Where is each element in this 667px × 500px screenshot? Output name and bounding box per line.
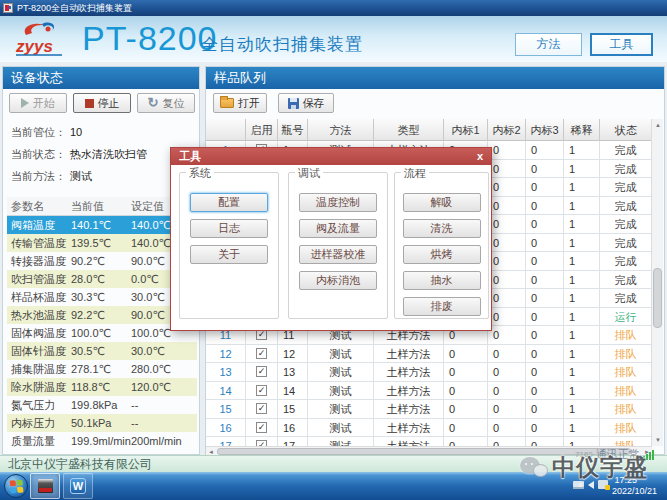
tools-dialog: 工具 x 系统 配置日志关于 调试 温度控制阀及流量进样器校准内标消泡 流程 解… — [170, 147, 492, 331]
internal-std2-cell: 0 — [488, 271, 526, 289]
row-number: 16 — [206, 419, 246, 437]
dilution-cell: 1 — [564, 215, 600, 233]
parameter-row[interactable]: 固体针温度 30.5℃ 30.0℃ — [7, 342, 197, 360]
enable-cell[interactable]: ✓ — [246, 419, 278, 437]
checkbox-checked-icon[interactable]: ✓ — [256, 348, 267, 359]
scroll-down-icon[interactable]: ▼ — [652, 434, 664, 446]
internal-std1-cell: 0 — [444, 382, 488, 400]
parameter-row[interactable]: 吹扫管温度 28.0℃ 0.0℃ — [7, 270, 197, 288]
tools-button[interactable]: 工具 — [590, 33, 653, 56]
parameter-row[interactable]: 质量流量 199.9ml/min 200ml/min — [7, 432, 197, 450]
parameter-row[interactable]: 内标压力 50.1kPa -- — [7, 414, 197, 432]
close-icon[interactable]: x — [477, 148, 483, 165]
start-button[interactable] — [4, 474, 28, 498]
dilution-cell: 1 — [564, 178, 600, 196]
status-cell: 完成 — [600, 215, 652, 233]
dialog-button[interactable]: 烘烤 — [403, 245, 481, 264]
save-floppy-icon — [288, 98, 299, 109]
open-button[interactable]: 打开 — [213, 93, 267, 113]
group-system-label: 系统 — [186, 166, 214, 181]
table-row[interactable]: 16 ✓ 16 测试 土样方法 0 0 0 1 排队 — [206, 419, 652, 438]
parameter-row[interactable]: 传输管温度 139.5℃ 140.0℃ — [7, 234, 197, 252]
play-icon — [21, 98, 29, 108]
dialog-button[interactable]: 抽水 — [403, 271, 481, 290]
bottle-number: 13 — [278, 363, 308, 381]
status-cell: 排队 — [600, 363, 652, 381]
table-row[interactable]: 12 ✓ 12 测试 土样方法 0 0 0 1 排队 — [206, 345, 652, 364]
dialog-button[interactable]: 清洗 — [403, 219, 481, 238]
dialog-button[interactable]: 关于 — [190, 245, 268, 264]
parameters-table: 参数名 当前值 设定值 阀箱温度 140.1℃ 140.0℃ 传输管温度 139… — [7, 197, 197, 450]
internal-std3-cell: 0 — [526, 326, 564, 344]
checkbox-checked-icon[interactable]: ✓ — [256, 422, 267, 433]
internal-std3-cell: 0 — [526, 400, 564, 418]
bottle-number: 12 — [278, 345, 308, 363]
vscroll-thumb[interactable] — [653, 268, 662, 328]
method-button[interactable]: 方法 — [515, 33, 582, 56]
dialog-titlebar[interactable]: 工具 x — [171, 148, 491, 165]
method-cell: 测试 — [308, 345, 374, 363]
reset-button[interactable]: ↻ 复位 — [137, 93, 195, 113]
parameter-row[interactable]: 样品杯温度 30.3℃ 30.0℃ — [7, 288, 197, 306]
internal-std3-cell: 0 — [526, 197, 564, 215]
stop-button[interactable]: 停止 — [73, 93, 131, 113]
internal-std2-cell: 0 — [488, 345, 526, 363]
param-name: 转接器温度 — [7, 252, 71, 270]
tray-date[interactable]: 2022/10/21 — [612, 486, 657, 496]
internal-std1-cell: 0 — [444, 400, 488, 418]
parameter-row[interactable]: 除水阱温度 118.8℃ 120.0℃ — [7, 378, 197, 396]
param-name: 除水阱温度 — [7, 378, 71, 396]
table-row[interactable]: 14 ✓ 14 测试 土样方法 0 0 0 1 排队 — [206, 382, 652, 401]
internal-std3-cell: 0 — [526, 141, 564, 159]
internal-std3-cell: 0 — [526, 234, 564, 252]
start-button[interactable]: 开始 — [9, 93, 67, 113]
parameter-row[interactable]: 热水池温度 92.2℃ 90.0℃ — [7, 306, 197, 324]
parameter-row[interactable]: 阀箱温度 140.1℃ 140.0℃ — [7, 216, 197, 234]
current-tube-value: 10 — [70, 126, 82, 138]
internal-std2-cell: 0 — [488, 160, 526, 178]
checkbox-checked-icon[interactable]: ✓ — [256, 403, 267, 414]
parameter-row[interactable]: 转接器温度 90.2℃ 90.0℃ — [7, 252, 197, 270]
table-row[interactable]: 13 ✓ 13 测试 土样方法 0 0 0 1 排队 — [206, 363, 652, 382]
enable-cell[interactable]: ✓ — [246, 382, 278, 400]
current-tube-line: 当前管位：10 — [11, 125, 82, 140]
method-cell: 测试 — [308, 382, 374, 400]
parameter-row[interactable]: 固体阀温度 100.0℃ 100.0℃ — [7, 324, 197, 342]
product-subtitle: 全自动吹扫捕集装置 — [201, 33, 363, 56]
parameter-row[interactable]: 氮气压力 199.8kPa -- — [7, 396, 197, 414]
taskbar-app-button[interactable] — [30, 473, 60, 499]
table-row[interactable]: 15 ✓ 15 测试 土样方法 0 0 0 1 排队 — [206, 400, 652, 419]
param-current: 278.1℃ — [71, 360, 131, 378]
dialog-button[interactable]: 阀及流量 — [299, 219, 377, 238]
dialog-button[interactable]: 配置 — [190, 193, 268, 212]
taskbar-w-app-button[interactable]: W — [63, 473, 93, 499]
dialog-button[interactable]: 日志 — [190, 219, 268, 238]
dialog-button[interactable]: 排废 — [403, 297, 481, 316]
group-process: 流程 解吸清洗烘烤抽水排废 — [394, 172, 489, 319]
checkbox-checked-icon[interactable]: ✓ — [256, 385, 267, 396]
internal-std1-cell: 0 — [444, 363, 488, 381]
dilution-cell: 1 — [564, 363, 600, 381]
param-current: 199.8kPa — [71, 396, 131, 414]
enable-cell[interactable]: ✓ — [246, 400, 278, 418]
enable-cell[interactable]: ✓ — [246, 363, 278, 381]
dialog-button[interactable]: 温度控制 — [299, 193, 377, 212]
method-cell: 测试 — [308, 419, 374, 437]
enable-cell[interactable]: ✓ — [246, 345, 278, 363]
dialog-button[interactable]: 内标消泡 — [299, 271, 377, 290]
param-current: 28.0℃ — [71, 270, 131, 288]
parameter-row[interactable]: 捕集阱温度 278.1℃ 280.0℃ — [7, 360, 197, 378]
group-process-label: 流程 — [401, 166, 429, 181]
window-titlebar[interactable]: PT-8200全自动吹扫捕集装置 — [0, 0, 667, 16]
type-cell: 土样方法 — [374, 345, 444, 363]
save-button[interactable]: 保存 — [278, 93, 334, 113]
parameters-header: 参数名 当前值 设定值 — [7, 197, 197, 216]
dilution-cell: 1 — [564, 382, 600, 400]
dialog-button[interactable]: 解吸 — [403, 193, 481, 212]
checkbox-checked-icon[interactable]: ✓ — [256, 366, 267, 377]
status-cell: 运行 — [600, 308, 652, 326]
vertical-scrollbar[interactable]: ▲ ▼ — [651, 119, 663, 446]
internal-std1-cell: 0 — [444, 419, 488, 437]
dialog-button[interactable]: 进样器校准 — [299, 245, 377, 264]
scroll-up-icon[interactable]: ▲ — [652, 119, 664, 131]
